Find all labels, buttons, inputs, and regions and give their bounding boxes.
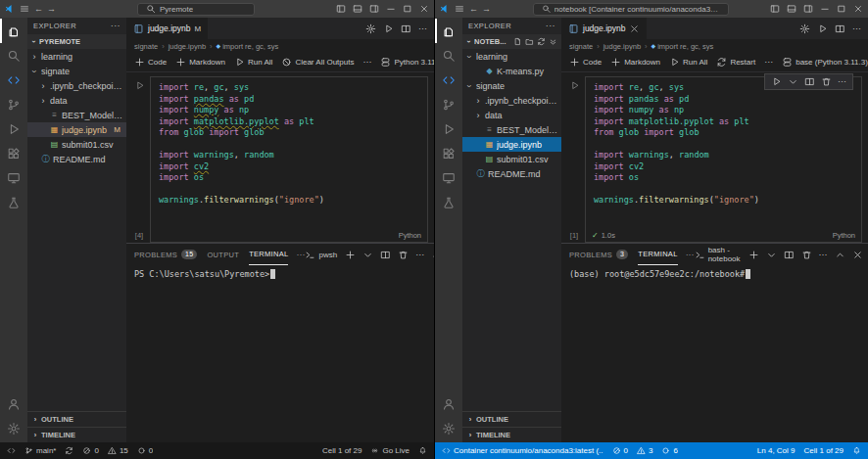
tree-item[interactable]: ≡BEST_Model.pth bbox=[27, 108, 126, 122]
run-all-icon[interactable] bbox=[383, 23, 394, 34]
status-notifications[interactable] bbox=[852, 446, 861, 455]
editor-tab-judge-ipynb[interactable]: judge.ipynb bbox=[561, 18, 648, 39]
activity-run-debug[interactable] bbox=[0, 116, 27, 141]
back-icon[interactable]: ← bbox=[34, 5, 43, 14]
tree-item[interactable]: ◆K-means.py bbox=[462, 64, 561, 78]
more-actions-icon[interactable]: ··· bbox=[852, 24, 861, 33]
tree-item[interactable]: ›data bbox=[462, 108, 561, 122]
tree-item[interactable]: ≡BEST_Model.pth bbox=[462, 122, 561, 137]
settings-icon[interactable] bbox=[799, 23, 810, 34]
terminal-output[interactable]: PS C:\Users\satsu\Pyremote> bbox=[126, 265, 434, 442]
activity-remote-window[interactable] bbox=[0, 68, 27, 92]
activity-testing[interactable] bbox=[0, 190, 27, 214]
maximize-panel-icon[interactable] bbox=[835, 250, 845, 260]
activity-extensions[interactable] bbox=[0, 141, 27, 165]
maximize-icon[interactable] bbox=[837, 4, 846, 14]
code-editor[interactable]: import re, gc, sysimport pandas as pdimp… bbox=[586, 77, 861, 229]
terminal-picker-icon[interactable] bbox=[362, 250, 373, 260]
timeline-section[interactable]: ›TIMELINE bbox=[462, 427, 561, 442]
breadcrumb-item[interactable]: signate bbox=[569, 42, 593, 51]
activity-search[interactable] bbox=[0, 43, 27, 68]
timeline-section[interactable]: ›TIMELINE bbox=[27, 427, 126, 442]
activity-explorer[interactable] bbox=[0, 19, 27, 43]
tab-close-icon[interactable] bbox=[629, 23, 640, 34]
collapse-folders-icon[interactable] bbox=[549, 37, 557, 46]
add-markdown-cell[interactable]: Markdown bbox=[610, 57, 660, 68]
more-actions-icon[interactable]: ··· bbox=[418, 24, 427, 33]
close-panel-icon[interactable] bbox=[852, 250, 863, 260]
menu-icon[interactable] bbox=[455, 4, 464, 14]
delete-cell-icon[interactable] bbox=[821, 76, 832, 87]
command-center[interactable]: notebook [Container continuumio/anaconda… bbox=[533, 3, 729, 16]
more-notebook-actions[interactable]: ··· bbox=[764, 58, 773, 67]
panel-tab-output[interactable]: OUTPUT bbox=[207, 244, 239, 265]
activity-source-control[interactable] bbox=[435, 92, 462, 116]
activity-accounts[interactable] bbox=[0, 391, 27, 416]
split-cell-icon[interactable] bbox=[804, 76, 815, 87]
terminal-picker-icon[interactable] bbox=[766, 250, 777, 260]
status-warnings[interactable]: 15 bbox=[108, 446, 128, 455]
run-cell-icon[interactable] bbox=[771, 76, 782, 87]
breadcrumb-item[interactable]: judge.ipynb bbox=[169, 42, 206, 51]
split-editor-icon[interactable] bbox=[835, 23, 845, 34]
activity-settings[interactable] bbox=[0, 416, 27, 440]
activity-extensions[interactable] bbox=[435, 141, 462, 165]
tree-item[interactable]: ▦judge.ipynbM bbox=[27, 122, 126, 137]
breadcrumb-item[interactable]: signate bbox=[134, 42, 158, 51]
status-warnings[interactable]: 3 bbox=[637, 446, 652, 455]
tree-item[interactable]: ⓘREADME.md bbox=[462, 166, 561, 181]
activity-run-debug[interactable] bbox=[435, 116, 462, 141]
tree-item[interactable]: ›.ipynb_checkpoints bbox=[27, 78, 126, 93]
code-editor[interactable]: import re, gc, sysimport pandas as pdimp… bbox=[151, 77, 427, 229]
activity-settings[interactable] bbox=[435, 416, 462, 440]
settings-icon[interactable] bbox=[365, 23, 376, 34]
explorer-root-folder[interactable]: › NOTEB... bbox=[462, 34, 561, 49]
new-terminal-icon[interactable] bbox=[748, 250, 759, 260]
panel-tab-problems[interactable]: PROBLEMS15 bbox=[134, 244, 197, 265]
tree-item[interactable]: ▤submit01.csv bbox=[462, 152, 561, 166]
tree-item[interactable]: ›learning bbox=[462, 49, 561, 64]
shell-selector[interactable]: pwsh bbox=[305, 250, 337, 260]
panel-tab-terminal[interactable]: TERMINAL bbox=[249, 244, 288, 265]
menu-icon[interactable] bbox=[20, 4, 29, 14]
status-git-branch[interactable]: main* bbox=[24, 446, 56, 455]
split-editor-icon[interactable] bbox=[401, 23, 411, 34]
more-notebook-actions[interactable]: ··· bbox=[362, 58, 371, 67]
toggle-secondary-sidebar-icon[interactable] bbox=[369, 4, 379, 14]
status-sync-changes[interactable] bbox=[65, 446, 73, 455]
cell-language[interactable]: Python bbox=[833, 231, 855, 240]
activity-search[interactable] bbox=[435, 43, 462, 68]
activity-remote-explorer[interactable] bbox=[435, 165, 462, 190]
close-icon[interactable] bbox=[419, 4, 429, 14]
more-panel-actions-icon[interactable]: ··· bbox=[819, 251, 828, 259]
status-ports[interactable]: 0 bbox=[137, 446, 153, 455]
status-go-live[interactable]: Go Live bbox=[370, 446, 410, 455]
run-below-icon[interactable] bbox=[788, 76, 798, 87]
cell-language[interactable]: Python bbox=[399, 231, 421, 240]
status-ports[interactable]: 6 bbox=[661, 446, 677, 455]
split-terminal-icon[interactable] bbox=[784, 250, 795, 260]
outline-section[interactable]: ›OUTLINE bbox=[462, 411, 561, 427]
toggle-panel-icon[interactable] bbox=[353, 4, 362, 14]
new-terminal-icon[interactable] bbox=[345, 250, 356, 260]
minimize-icon[interactable] bbox=[386, 4, 396, 14]
notebook-cell[interactable]: import re, gc, sysimport pandas as pdimp… bbox=[150, 76, 428, 243]
breadcrumb-item[interactable]: ◆import re, gc, sys bbox=[651, 42, 714, 51]
toggle-panel-icon[interactable] bbox=[787, 4, 796, 14]
more-panel-actions-icon[interactable]: ··· bbox=[415, 251, 424, 259]
clear-all-outputs[interactable]: Clear All Outputs bbox=[281, 57, 354, 68]
status-cell-indicator[interactable]: Cell 1 of 29 bbox=[804, 446, 844, 455]
toggle-sidebar-icon[interactable] bbox=[770, 4, 780, 14]
new-folder-icon[interactable] bbox=[525, 37, 534, 46]
run-all-icon[interactable] bbox=[817, 23, 828, 34]
tree-item[interactable]: ›data bbox=[27, 93, 126, 108]
shell-selector[interactable]: bash - notebook bbox=[695, 246, 741, 263]
activity-remote-explorer[interactable] bbox=[0, 165, 27, 190]
add-code-cell[interactable]: Code bbox=[134, 57, 167, 68]
add-code-cell[interactable]: Code bbox=[569, 57, 602, 68]
tree-item[interactable]: ›signate bbox=[27, 64, 126, 78]
panel-more-icon[interactable]: ··· bbox=[686, 251, 695, 259]
activity-explorer[interactable] bbox=[435, 19, 462, 43]
run-cell-icon[interactable] bbox=[134, 80, 145, 91]
toggle-secondary-sidebar-icon[interactable] bbox=[803, 4, 813, 14]
